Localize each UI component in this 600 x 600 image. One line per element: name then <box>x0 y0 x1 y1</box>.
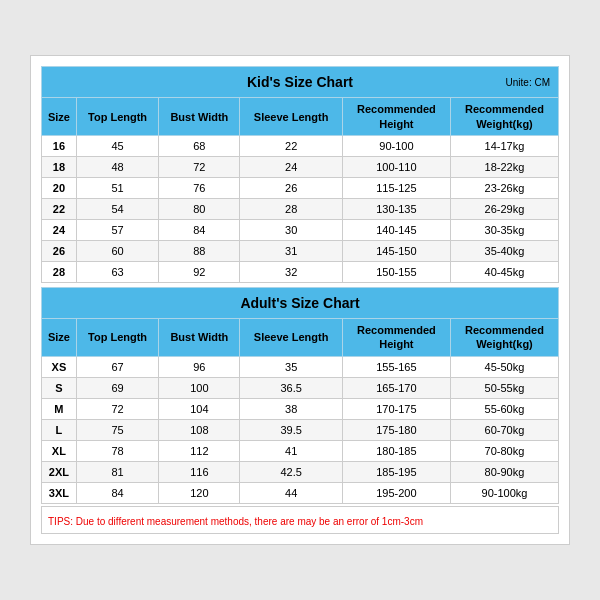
table-cell: 28 <box>42 262 77 283</box>
table-cell: 90-100 <box>342 136 450 157</box>
table-cell: 75 <box>76 419 159 440</box>
table-cell: 42.5 <box>240 461 343 482</box>
table-cell: 180-185 <box>342 440 450 461</box>
table-cell: 63 <box>76 262 159 283</box>
table-cell: 23-26kg <box>450 178 558 199</box>
table-cell: 26 <box>240 178 343 199</box>
table-cell: 195-200 <box>342 482 450 503</box>
table-cell: 51 <box>76 178 159 199</box>
table-row: 26608831145-15035-40kg <box>42 241 559 262</box>
table-cell: 150-155 <box>342 262 450 283</box>
table-cell: 60 <box>76 241 159 262</box>
kids-col-header: Top Length <box>76 98 159 136</box>
table-row: S6910036.5165-17050-55kg <box>42 377 559 398</box>
table-cell: 28 <box>240 199 343 220</box>
table-cell: 170-175 <box>342 398 450 419</box>
table-cell: 45-50kg <box>450 356 558 377</box>
adults-col-header: Top Length <box>76 319 159 357</box>
table-cell: 81 <box>76 461 159 482</box>
table-cell: 80 <box>159 199 240 220</box>
table-cell: 70-80kg <box>450 440 558 461</box>
table-cell: 72 <box>76 398 159 419</box>
table-cell: 88 <box>159 241 240 262</box>
table-cell: 120 <box>159 482 240 503</box>
table-row: 28639232150-15540-45kg <box>42 262 559 283</box>
table-cell: 39.5 <box>240 419 343 440</box>
table-row: 1645682290-10014-17kg <box>42 136 559 157</box>
adults-col-header: Size <box>42 319 77 357</box>
table-cell: 50-55kg <box>450 377 558 398</box>
kids-col-header: Recommended Weight(kg) <box>450 98 558 136</box>
adults-chart-title: Adult's Size Chart <box>240 295 359 311</box>
kids-col-header: Size <box>42 98 77 136</box>
table-cell: 30-35kg <box>450 220 558 241</box>
table-row: L7510839.5175-18060-70kg <box>42 419 559 440</box>
table-cell: 18 <box>42 157 77 178</box>
table-cell: 54 <box>76 199 159 220</box>
table-cell: 165-170 <box>342 377 450 398</box>
table-cell: L <box>42 419 77 440</box>
table-cell: 24 <box>240 157 343 178</box>
table-cell: 116 <box>159 461 240 482</box>
table-cell: 45 <box>76 136 159 157</box>
table-cell: 41 <box>240 440 343 461</box>
table-row: 20517626115-12523-26kg <box>42 178 559 199</box>
table-row: 2XL8111642.5185-19580-90kg <box>42 461 559 482</box>
table-cell: 76 <box>159 178 240 199</box>
table-row: 24578430140-14530-35kg <box>42 220 559 241</box>
adults-title: Adult's Size Chart <box>42 288 559 319</box>
table-cell: 14-17kg <box>450 136 558 157</box>
table-cell: S <box>42 377 77 398</box>
table-cell: 16 <box>42 136 77 157</box>
table-cell: 57 <box>76 220 159 241</box>
table-cell: 18-22kg <box>450 157 558 178</box>
table-cell: 68 <box>159 136 240 157</box>
adults-col-header: Recommended Weight(kg) <box>450 319 558 357</box>
table-cell: 22 <box>42 199 77 220</box>
kids-header-row: SizeTop LengthBust WidthSleeve LengthRec… <box>42 98 559 136</box>
table-cell: 48 <box>76 157 159 178</box>
table-row: 3XL8412044195-20090-100kg <box>42 482 559 503</box>
table-cell: 108 <box>159 419 240 440</box>
table-cell: 69 <box>76 377 159 398</box>
table-cell: 80-90kg <box>450 461 558 482</box>
table-cell: 175-180 <box>342 419 450 440</box>
table-cell: 32 <box>240 262 343 283</box>
table-cell: 145-150 <box>342 241 450 262</box>
table-cell: 30 <box>240 220 343 241</box>
adults-col-header: Sleeve Length <box>240 319 343 357</box>
kids-table-body: 1645682290-10014-17kg18487224100-11018-2… <box>42 136 559 283</box>
table-cell: 155-165 <box>342 356 450 377</box>
table-cell: 35-40kg <box>450 241 558 262</box>
table-cell: 26-29kg <box>450 199 558 220</box>
table-cell: 84 <box>76 482 159 503</box>
table-cell: 2XL <box>42 461 77 482</box>
table-row: 22548028130-13526-29kg <box>42 199 559 220</box>
size-chart-container: Kid's Size Chart Unite: CM SizeTop Lengt… <box>30 55 570 545</box>
table-cell: 67 <box>76 356 159 377</box>
table-cell: 60-70kg <box>450 419 558 440</box>
table-cell: 84 <box>159 220 240 241</box>
table-cell: 24 <box>42 220 77 241</box>
table-row: XS679635155-16545-50kg <box>42 356 559 377</box>
table-row: M7210438170-17555-60kg <box>42 398 559 419</box>
table-cell: 104 <box>159 398 240 419</box>
table-row: 18487224100-11018-22kg <box>42 157 559 178</box>
table-cell: 22 <box>240 136 343 157</box>
table-cell: 3XL <box>42 482 77 503</box>
table-cell: XS <box>42 356 77 377</box>
table-cell: 72 <box>159 157 240 178</box>
table-cell: 115-125 <box>342 178 450 199</box>
table-cell: 26 <box>42 241 77 262</box>
table-row: XL7811241180-18570-80kg <box>42 440 559 461</box>
adults-col-header: Bust Width <box>159 319 240 357</box>
kids-size-table: Kid's Size Chart Unite: CM SizeTop Lengt… <box>41 66 559 283</box>
table-cell: 40-45kg <box>450 262 558 283</box>
table-cell: 55-60kg <box>450 398 558 419</box>
table-cell: 100 <box>159 377 240 398</box>
adults-size-table: Adult's Size Chart SizeTop LengthBust Wi… <box>41 287 559 504</box>
table-cell: M <box>42 398 77 419</box>
adults-table-body: XS679635155-16545-50kgS6910036.5165-1705… <box>42 356 559 503</box>
table-cell: 185-195 <box>342 461 450 482</box>
kids-col-header: Bust Width <box>159 98 240 136</box>
